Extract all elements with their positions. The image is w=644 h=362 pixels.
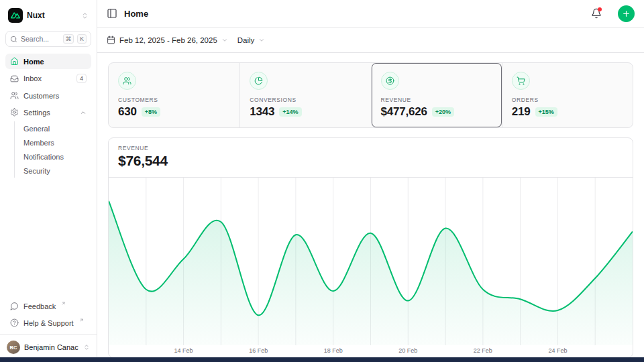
page-content: CUSTOMERS 630 +8% CONVERSIONS 1343 +14% … — [97, 53, 644, 362]
sidebar-subitem-members[interactable]: Members — [15, 135, 91, 149]
page-title: Home — [124, 9, 148, 19]
kbd-meta: ⌘ — [63, 34, 74, 44]
user-name: Benjamin Canac — [24, 343, 79, 351]
stat-card-revenue[interactable]: REVENUE $477,626 +20% — [371, 63, 502, 127]
chevron-down-icon — [221, 37, 228, 44]
avatar: BC — [7, 341, 20, 354]
chart-canvas[interactable] — [109, 178, 633, 345]
users-icon — [123, 76, 131, 85]
x-axis-tick-label: 24 Feb — [548, 347, 567, 354]
sidebar-subitem-general[interactable]: General — [15, 121, 91, 135]
sidebar-item-label: Home — [23, 58, 44, 66]
sidebar-item-help-support[interactable]: Help & Support — [5, 315, 91, 330]
shopping-cart-icon — [517, 76, 525, 85]
inbox-icon — [10, 74, 19, 83]
stats-grid: CUSTOMERS 630 +8% CONVERSIONS 1343 +14% … — [108, 62, 633, 128]
revenue-chart-svg — [109, 178, 633, 345]
stat-card-orders[interactable]: ORDERS 219 +15% — [502, 63, 633, 127]
sidebar-subitem-security[interactable]: Security — [15, 164, 91, 178]
stat-value: 219 — [512, 105, 531, 119]
filters-toolbar: Feb 12, 2025 - Feb 26, 2025 Daily — [97, 27, 644, 53]
stat-label: REVENUE — [381, 97, 492, 103]
x-axis-tick-label: 18 Feb — [324, 347, 343, 354]
period-label: Daily — [237, 36, 255, 44]
sidebar-item-label: Help & Support — [23, 319, 74, 327]
pie-chart-icon — [254, 76, 263, 85]
sidebar-item-label: Customers — [23, 92, 59, 100]
sidebar-item-inbox[interactable]: Inbox 4 — [5, 70, 91, 86]
users-icon — [10, 91, 19, 100]
sidebar-nav: Home Inbox 4 Customers Settings General … — [5, 54, 91, 178]
search-icon — [10, 36, 17, 43]
chart-total-value: $76,544 — [118, 153, 623, 169]
stat-value: 630 — [118, 105, 137, 119]
stat-delta-badge: +14% — [279, 107, 301, 117]
sidebar-item-feedback[interactable]: Feedback — [5, 298, 91, 314]
bottom-bar — [0, 357, 644, 362]
sidebar-item-customers[interactable]: Customers — [5, 88, 91, 103]
stat-label: CUSTOMERS — [118, 97, 230, 103]
panel-left-icon — [107, 8, 117, 19]
help-circle-icon — [10, 318, 19, 327]
chevron-down-icon — [258, 37, 265, 44]
kbd-k: K — [77, 34, 87, 44]
stat-value: 1343 — [250, 105, 274, 119]
period-select[interactable]: Daily — [237, 36, 266, 44]
chart-ticks: 14 Feb16 Feb18 Feb20 Feb22 Feb24 Feb — [109, 345, 633, 357]
sidebar-spacer — [5, 178, 91, 298]
add-button[interactable] — [618, 5, 635, 22]
x-axis-tick-label: 14 Feb — [174, 347, 193, 354]
dollar-circle-icon — [386, 76, 394, 85]
message-bubble-icon — [10, 302, 19, 310]
page-header: Home — [97, 0, 644, 27]
sidebar-subitem-notifications[interactable]: Notifications — [15, 149, 91, 164]
sidebar-item-home[interactable]: Home — [5, 54, 91, 69]
home-icon — [10, 57, 19, 66]
stat-card-conversions[interactable]: CONVERSIONS 1343 +14% — [239, 63, 370, 127]
date-range-picker[interactable]: Feb 12, 2025 - Feb 26, 2025 — [107, 36, 228, 44]
main-area: Home Feb 12, 2025 - Feb 26, 2025 Daily — [97, 0, 644, 362]
stat-card-customers[interactable]: CUSTOMERS 630 +8% — [109, 63, 239, 127]
sidebar-item-label: Inbox — [23, 74, 42, 82]
settings-subnav: General Members Notifications Security — [14, 121, 91, 178]
stat-delta-badge: +15% — [535, 107, 557, 117]
plus-icon — [622, 9, 631, 18]
sidebar-toggle-button[interactable] — [107, 8, 117, 19]
search-input[interactable]: Search... ⌘ K — [5, 31, 91, 47]
external-link-icon — [79, 318, 84, 322]
x-axis-tick-label: 22 Feb — [474, 347, 492, 354]
inbox-count-badge: 4 — [76, 74, 87, 83]
x-axis-tick-label: 16 Feb — [249, 347, 268, 354]
revenue-chart-card: REVENUE $76,544 14 Feb16 Feb18 Feb20 Feb… — [108, 137, 633, 358]
x-axis-tick-label: 20 Feb — [398, 347, 417, 354]
sidebar-item-label: Feedback — [23, 302, 56, 310]
external-link-icon — [61, 301, 66, 306]
chevron-up-icon — [80, 109, 87, 116]
chevrons-up-down-icon — [83, 344, 90, 351]
stat-label: ORDERS — [512, 97, 623, 103]
nuxt-logo-icon — [8, 8, 23, 23]
stat-delta-badge: +20% — [432, 107, 454, 117]
sidebar-item-settings[interactable]: Settings — [5, 105, 91, 120]
notification-dot — [598, 7, 602, 11]
user-menu[interactable]: BC Benjamin Canac — [0, 335, 97, 357]
chart-title: REVENUE — [118, 145, 623, 152]
team-name: Nuxt — [27, 11, 77, 20]
chart-header: REVENUE $76,544 — [109, 138, 633, 178]
stat-delta-badge: +8% — [142, 107, 160, 117]
team-switcher[interactable]: Nuxt — [5, 5, 91, 25]
chevrons-up-down-icon — [81, 12, 89, 19]
gear-icon — [10, 108, 19, 117]
calendar-icon — [107, 36, 115, 44]
date-range-label: Feb 12, 2025 - Feb 26, 2025 — [119, 36, 217, 44]
stat-label: CONVERSIONS — [250, 97, 361, 103]
search-placeholder: Search... — [21, 35, 60, 43]
stat-value: $477,626 — [381, 105, 427, 119]
notifications-button[interactable] — [591, 8, 602, 19]
sidebar: Nuxt Search... ⌘ K Home Inbox 4 Customer… — [0, 0, 97, 362]
sidebar-item-label: Settings — [23, 109, 50, 117]
sidebar-footer-nav: Feedback Help & Support — [5, 298, 91, 330]
